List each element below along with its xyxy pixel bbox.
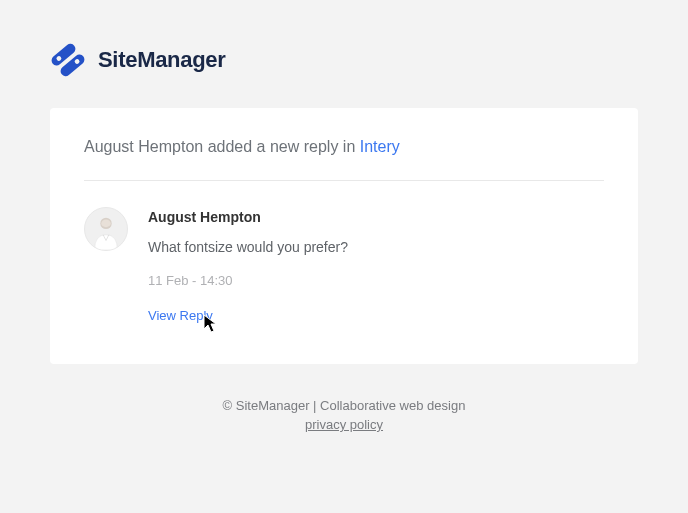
reply-body: August Hempton What fontsize would you p… xyxy=(148,207,604,324)
card-title-text: August Hempton added a new reply in xyxy=(84,138,360,155)
brand-logo-icon xyxy=(50,42,86,78)
svg-point-5 xyxy=(101,220,111,228)
view-reply-link[interactable]: View Reply xyxy=(148,308,213,323)
view-reply-label: View Reply xyxy=(148,308,213,323)
project-link[interactable]: Intery xyxy=(360,138,400,155)
reply-timestamp: 11 Feb - 14:30 xyxy=(148,273,604,288)
brand-name: SiteManager xyxy=(98,47,226,73)
reply-author: August Hempton xyxy=(148,209,604,225)
privacy-policy-link[interactable]: privacy policy xyxy=(305,417,383,432)
footer-copyright: © SiteManager | Collaborative web design xyxy=(50,398,638,413)
reply-message: What fontsize would you prefer? xyxy=(148,239,604,255)
header: SiteManager xyxy=(50,42,638,78)
divider xyxy=(84,180,604,181)
reply-item: August Hempton What fontsize would you p… xyxy=(84,207,604,324)
footer: © SiteManager | Collaborative web design… xyxy=(50,364,638,432)
avatar xyxy=(84,207,128,251)
card-title: August Hempton added a new reply in Inte… xyxy=(84,138,604,156)
notification-card: August Hempton added a new reply in Inte… xyxy=(50,108,638,364)
